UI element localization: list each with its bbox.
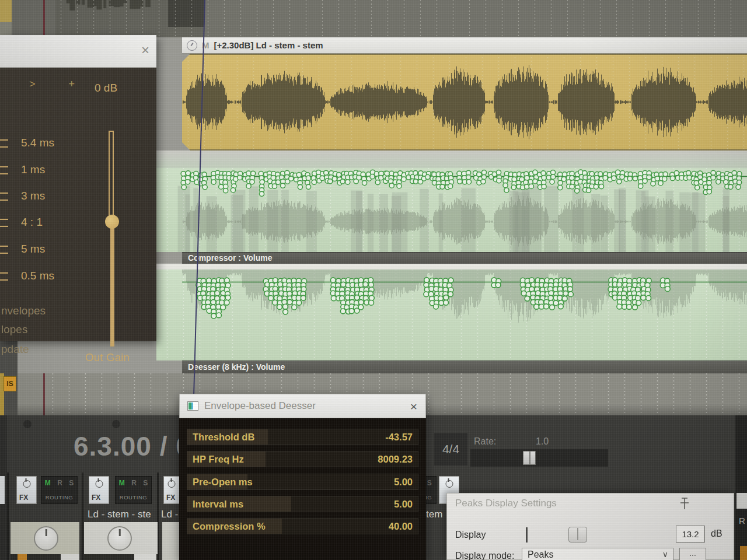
param-value: 40.00 [389,521,413,532]
slider-icon [0,192,8,201]
out-gain-slider-fill [110,223,114,346]
close-icon[interactable]: × [410,400,417,414]
mixer-track-name[interactable]: Ld - stem - ste [88,509,151,520]
solo-button[interactable]: S [69,479,74,487]
param-value: 5 ms [21,243,45,256]
record-arm-button[interactable]: R [131,479,137,487]
param-row[interactable]: 5.4 ms [0,136,76,149]
pin-icon[interactable] [678,496,692,511]
fx-button[interactable]: FX [16,476,37,504]
display-mode-label: Display mode: [455,551,514,560]
mixer-track-name[interactable]: tem [426,509,442,520]
routing-block[interactable]: M R S ROUTING [115,476,152,504]
compressor-envelope-label-bar[interactable]: Compressor : Volume [182,252,747,264]
param-row[interactable]: 1 ms [0,163,76,176]
param-label: Interval ms [193,499,243,510]
chevron-down-icon: ∨ [662,550,668,559]
param-slider[interactable]: Interval ms 5.00 [187,496,418,512]
plugin-window-icon [187,401,198,411]
deesser-window-titlebar[interactable]: Envelope-based Deesser × [179,394,426,418]
mute-button[interactable]: M [45,479,51,487]
slider-tick [526,527,528,542]
rate-slider-handle[interactable] [523,451,536,465]
compressor-window-body: > + 0 dB 5.4 ms 1 ms 3 ms 4 : 1 5 ms 0.5… [0,68,156,341]
param-slider[interactable]: HP Freq Hz 8009.23 [187,451,418,467]
out-gain-slider-track[interactable] [109,131,114,224]
display-label: Display [455,530,486,540]
param-value: -43.57 [385,432,413,443]
mute-button[interactable]: M [119,479,125,487]
peaks-display-settings-window: Peaks Display Settings Display 13.2 dB D… [446,493,734,560]
display-slider-handle[interactable] [568,527,587,542]
rate-value: 1.0 [536,436,549,447]
param-row[interactable]: 0.5 ms [0,270,76,282]
time-signature[interactable]: 4/4 [434,433,467,466]
out-gain-header: 0 dB [95,82,117,94]
right-edge-strip: R [735,415,747,560]
power-icon[interactable] [168,480,176,488]
deesser-window-title: Envelope-based Deesser [204,400,316,412]
value-box[interactable] [61,554,79,560]
clipped-label[interactable]: pdate [1,343,29,356]
power-icon[interactable] [23,480,30,488]
deesser-envelope-lane[interactable] [156,270,747,360]
value-box[interactable] [134,554,156,560]
mixer-track-name[interactable]: Ld - [161,509,178,520]
db-unit-label: dB [711,528,722,539]
slider-icon [0,139,8,148]
routing-block[interactable]: M R S ROUTING [41,476,78,504]
record-arm-button[interactable]: R [57,479,62,487]
solo-button[interactable]: S [427,479,432,487]
power-icon[interactable] [445,480,453,488]
fx-button[interactable]: FX [163,476,180,504]
timeline-top-strip[interactable] [0,0,747,37]
waveform-canvas [182,54,747,150]
param-value: 8009.23 [378,454,413,465]
param-row[interactable]: 5 ms [0,243,76,256]
fx-label: FX [166,494,175,502]
slider-icon [0,246,8,254]
audio-item-waveform[interactable] [182,54,747,150]
param-value: 1 ms [21,163,45,176]
routing-button[interactable]: ROUTING [41,494,77,501]
param-row[interactable]: 3 ms [0,190,76,202]
param-value: 0.5 ms [21,270,54,282]
solo-button[interactable]: S [143,479,148,487]
param-slider[interactable]: Threshold dB -43.57 [187,429,418,445]
param-value: 5.00 [394,499,413,510]
compressor-envelope-label: Compressor : Volume [188,253,272,262]
media-item-header[interactable]: M [+2.30dB] Ld - stem - stem [182,37,747,54]
param-slider[interactable]: Pre-Open ms 5.00 [187,474,418,490]
pan-knob[interactable] [34,526,58,551]
transport-button[interactable] [23,420,32,428]
fx-button[interactable] [736,493,747,509]
rate-slider[interactable] [470,449,608,467]
display-mode-dropdown[interactable]: Peaks ∨ [522,548,673,560]
close-icon[interactable]: × [141,43,149,57]
deesser-envelope-label-bar[interactable]: Deesser (8 kHz) : Volume [182,360,747,373]
daw-screen: M [+2.30dB] Ld - stem - stem Compressor … [0,0,747,560]
routing-button[interactable]: ROUTING [116,494,151,501]
rate-label: Rate: [474,436,496,447]
transport-button[interactable] [112,420,120,428]
param-value: 5.4 ms [21,136,54,149]
param-slider[interactable]: Compression % 40.00 [187,518,418,534]
clipped-label[interactable]: lopes [1,323,27,336]
display-value-input[interactable]: 13.2 [676,526,705,542]
compressor-envelope-lane[interactable] [156,168,747,252]
power-icon[interactable] [95,480,103,488]
clipped-label[interactable]: nvelopes [1,304,46,317]
compressor-window-titlebar[interactable]: × [0,35,156,68]
fx-label: FX [92,494,100,502]
peaks-window-title: Peaks Display Settings [455,498,557,509]
fx-button[interactable]: FX [89,476,109,504]
preset-menu-hint[interactable]: > + [29,78,90,90]
fader-marker[interactable] [18,554,27,560]
pan-knob[interactable] [107,526,132,551]
fx-button[interactable] [0,476,5,504]
out-gain-slider-knob[interactable] [105,215,119,229]
more-options-button[interactable]: ... [679,548,706,560]
deesser-envelope-label: Deesser (8 kHz) : Volume [188,362,285,372]
slider-icon [0,272,8,281]
param-row[interactable]: 4 : 1 [0,216,76,229]
